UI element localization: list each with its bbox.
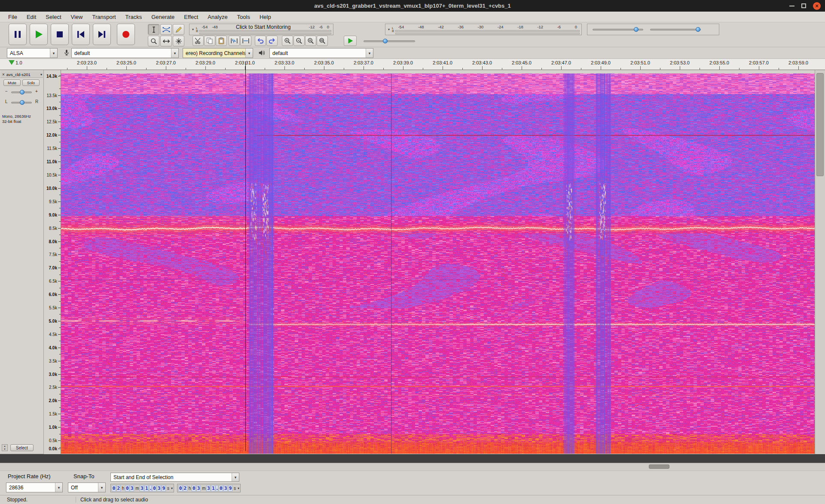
zoom-tool-button[interactable] [148,36,159,46]
audio-host-dropdown[interactable]: ALSA▾ [7,48,58,58]
recording-meter[interactable]: ▾LR-54-48Click to Start Monitoring-12-60 [189,24,333,35]
time-digit[interactable]: 3 [130,485,134,492]
menu-item-generate[interactable]: Generate [147,12,179,21]
playback-device-dropdown[interactable]: default▾ [269,48,373,58]
selection-end-field[interactable]: 02h03m31.039s▾ [177,484,241,492]
zoom-out-button[interactable] [293,36,305,46]
time-digit[interactable]: 9 [228,485,232,492]
menu-item-select[interactable]: Select [41,12,66,21]
skip-to-start-button[interactable] [72,24,90,45]
playback-device-dropdown-caret-icon[interactable]: ▾ [366,49,373,58]
menu-item-effect[interactable]: Effect [179,12,203,21]
selection-start-field[interactable]: 02h03m31.039s▾ [110,484,174,492]
recording-device-dropdown[interactable]: default▾ [71,48,179,58]
track-menu-caret-icon[interactable]: ▾ [40,73,43,76]
solo-button[interactable]: Solo [22,79,40,86]
silence-audio-button[interactable] [240,36,251,46]
play-speed-slider[interactable] [364,40,415,42]
maximize-icon[interactable] [801,3,806,8]
time-format-caret-icon[interactable]: ▾ [171,486,173,490]
menu-item-tracks[interactable]: Tracks [121,12,147,21]
time-digit[interactable]: 1 [211,485,215,492]
menu-item-help[interactable]: Help [255,12,276,21]
menu-item-tools[interactable]: Tools [232,12,255,21]
zoom-selection-button[interactable] [305,36,316,46]
track-header[interactable]: × avs_cld-s201 ▾ [0,71,43,78]
menu-item-edit[interactable]: Edit [22,12,41,21]
pan-slider[interactable] [11,102,32,104]
time-digit[interactable]: 0 [125,485,129,492]
recording-volume-thumb[interactable] [634,27,639,32]
time-digit[interactable]: 3 [140,485,144,492]
snap-to-dropdown[interactable]: Off▾ [68,483,106,492]
cut-button[interactable] [192,36,204,46]
time-digit[interactable]: 0 [219,485,223,492]
title-bar[interactable]: avs_cld-s201_grabber1_vstream_vmux1_blp1… [0,0,825,12]
time-digit[interactable]: 3 [196,485,201,492]
time-digit[interactable]: 2 [116,485,121,492]
selection-tool-button[interactable] [148,24,159,35]
recording-device-dropdown-caret-icon[interactable]: ▾ [171,49,178,58]
time-digit[interactable]: . [149,485,152,492]
snap-to-caret-icon[interactable]: ▾ [98,483,105,492]
minimize-icon[interactable] [789,6,794,6]
horizontal-scrollbar[interactable] [0,463,825,470]
time-digit[interactable]: 0 [192,485,196,492]
time-digit[interactable]: 3 [157,485,161,492]
time-digit[interactable]: 3 [223,485,228,492]
selection-mode-dropdown[interactable]: Start and End of Selection▾ [110,473,239,482]
playback-volume-thumb[interactable] [696,27,700,32]
time-digit[interactable]: . [216,485,218,492]
playback-volume-slider[interactable] [650,29,701,31]
track-collapse-icon[interactable]: ▴▾ [2,444,8,451]
time-digit[interactable]: 0 [112,485,116,492]
trim-audio-button[interactable] [229,36,240,46]
pan-slider-thumb[interactable] [20,100,24,105]
multi-tool-button[interactable] [173,36,184,46]
recording-volume-slider[interactable] [593,29,643,31]
timeshift-tool-button[interactable] [160,36,172,46]
project-rate-caret-icon[interactable]: ▾ [55,483,62,492]
vertical-scrollbar[interactable] [815,70,825,454]
project-rate-dropdown[interactable]: 28636▾ [6,483,63,492]
time-digit[interactable]: 1 [144,485,149,492]
record-meter-caret-icon[interactable]: ▾ [192,27,194,31]
record-button[interactable] [117,24,135,45]
recording-channels-dropdown-caret-icon[interactable]: ▾ [245,49,253,58]
undo-button[interactable] [255,36,266,46]
envelope-tool-button[interactable] [160,24,172,35]
redo-button[interactable] [266,36,278,46]
copy-button[interactable] [204,36,215,46]
zoom-in-button[interactable] [282,36,293,46]
time-digit[interactable]: 2 [183,485,187,492]
gain-slider-thumb[interactable] [20,90,24,95]
play-speed-thumb[interactable] [383,39,388,43]
stop-button[interactable] [51,24,69,45]
menu-item-view[interactable]: View [66,12,88,21]
recording-channels-dropdown[interactable]: ereo) Recording Channels▾ [183,48,253,58]
track-select-button[interactable]: Select [10,444,34,451]
time-format-caret-icon[interactable]: ▾ [238,486,239,490]
menu-item-analyze[interactable]: Analyze [203,12,232,21]
monitoring-message[interactable]: Click to Start Monitoring [220,24,307,30]
audio-host-dropdown-caret-icon[interactable]: ▾ [50,49,57,58]
draw-tool-button[interactable] [173,24,184,35]
time-digit[interactable]: 0 [178,485,183,492]
timeline-pin-icon[interactable] [9,60,15,65]
gain-slider[interactable] [11,92,32,93]
spectrogram-canvas[interactable] [61,73,815,454]
track-title[interactable]: avs_cld-s201 [6,72,40,77]
menu-item-file[interactable]: File [3,12,22,21]
time-digit[interactable]: 0 [152,485,156,492]
mute-button[interactable]: Mute [3,79,21,86]
menu-item-transport[interactable]: Transport [87,12,120,21]
selection-mode-caret-icon[interactable]: ▾ [232,473,239,481]
play-at-speed-button[interactable] [344,36,357,46]
time-digit[interactable]: 3 [206,485,211,492]
time-digit[interactable]: 9 [162,485,166,492]
pause-button[interactable] [9,24,27,45]
zoom-project-button[interactable] [317,36,328,46]
playback-meter[interactable]: ▾LR-54-48-42-36-30-24-18-12-60 [385,24,582,35]
play-button[interactable] [30,24,48,45]
skip-to-end-button[interactable] [93,24,111,45]
